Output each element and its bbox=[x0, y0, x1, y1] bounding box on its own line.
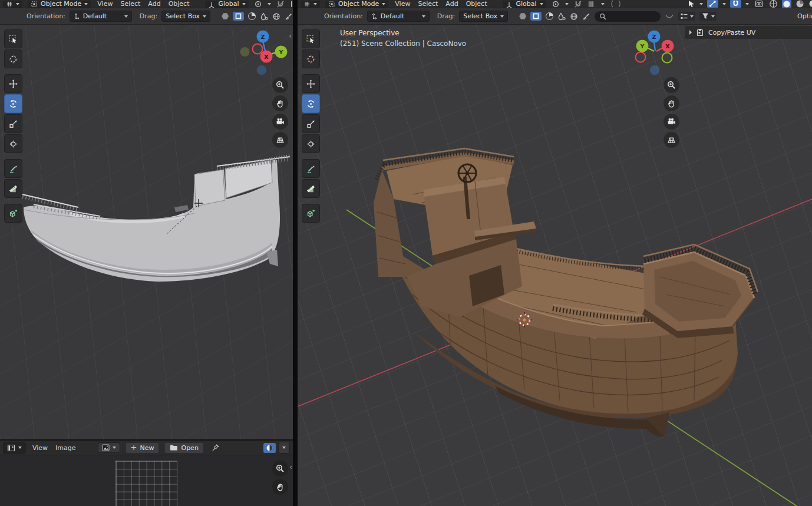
globe-icon[interactable] bbox=[272, 12, 280, 21]
options-label-clipped[interactable]: Options bbox=[797, 12, 812, 20]
transform-orientation-dropdown[interactable]: Global bbox=[503, 1, 546, 8]
tool-rotate[interactable] bbox=[302, 94, 320, 113]
editor-divider[interactable] bbox=[293, 0, 298, 506]
shading-wireframe-icon[interactable] bbox=[769, 0, 778, 8]
zoom-button[interactable] bbox=[664, 77, 679, 93]
globe-icon[interactable] bbox=[570, 12, 578, 21]
navigation-gizmo-right[interactable]: Z Y X bbox=[628, 26, 682, 80]
search-input[interactable] bbox=[595, 11, 661, 22]
tool-move[interactable] bbox=[4, 74, 22, 93]
orientation-default-dropdown[interactable]: Default bbox=[367, 11, 430, 22]
zoom-button[interactable] bbox=[272, 77, 288, 93]
tool-annotate[interactable] bbox=[302, 159, 320, 178]
editor-type-button[interactable] bbox=[3, 1, 22, 8]
snap-target-icon[interactable] bbox=[552, 0, 560, 8]
menu-select[interactable]: Select bbox=[417, 0, 439, 8]
perspective-toggle-button[interactable] bbox=[664, 132, 679, 148]
shading-solid-icon-active[interactable] bbox=[782, 0, 791, 8]
tool-rotate[interactable] bbox=[4, 94, 22, 113]
tool-measure[interactable] bbox=[4, 179, 22, 198]
viewport-3d-right[interactable]: Object Mode View Select Add Object Globa… bbox=[298, 0, 812, 506]
select-mode-active-chip[interactable] bbox=[233, 12, 244, 21]
outliner-filter-chip[interactable] bbox=[678, 12, 695, 21]
falloff-pie-icon[interactable] bbox=[248, 12, 256, 20]
filter-funnel-chip[interactable] bbox=[699, 12, 717, 21]
drag-dropdown[interactable]: Select Box bbox=[459, 11, 508, 22]
mode-dropdown[interactable]: Object Mode bbox=[325, 1, 388, 8]
shading-material-icon[interactable] bbox=[796, 0, 804, 8]
droplet-icon[interactable] bbox=[557, 12, 566, 21]
select-cursor-icon[interactable] bbox=[688, 0, 695, 8]
orientation-default-dropdown[interactable]: Default bbox=[70, 11, 132, 22]
pan-hand-button[interactable] bbox=[664, 95, 679, 111]
camera-view-button[interactable] bbox=[272, 114, 288, 130]
falloff-paren-icon[interactable] bbox=[610, 0, 622, 8]
menu-view[interactable]: View bbox=[96, 0, 114, 8]
pan-hand-button[interactable] bbox=[272, 479, 288, 495]
ship-model-wood[interactable] bbox=[374, 148, 758, 437]
image-datablock-selector[interactable] bbox=[98, 442, 120, 453]
menu-object[interactable]: Object bbox=[465, 0, 488, 8]
menu-view[interactable]: View bbox=[31, 444, 49, 452]
falloff-pie-icon[interactable] bbox=[546, 12, 553, 20]
tool-cursor[interactable] bbox=[302, 49, 320, 68]
navigation-gizmo-left[interactable]: Z Y X bbox=[239, 26, 293, 80]
menu-image[interactable]: Image bbox=[54, 444, 77, 452]
menu-object[interactable]: Object bbox=[167, 0, 191, 8]
tool-annotate[interactable] bbox=[4, 159, 22, 178]
tool-add-cube[interactable] bbox=[302, 204, 320, 223]
transform-orientation-dropdown[interactable]: Global bbox=[205, 1, 248, 8]
menu-add[interactable]: Add bbox=[444, 0, 459, 8]
gizmo-toggle-active[interactable] bbox=[707, 0, 718, 8]
object-mode-icon bbox=[328, 1, 335, 8]
mode-dropdown[interactable]: Object Mode bbox=[28, 1, 91, 8]
proportional-edit-icon[interactable] bbox=[587, 0, 596, 8]
drag-dropdown[interactable]: Select Box bbox=[161, 11, 210, 22]
camera-view-button[interactable] bbox=[664, 114, 679, 130]
mode-label: Object Mode bbox=[41, 0, 81, 8]
tool-cursor[interactable] bbox=[4, 49, 22, 68]
pan-hand-button[interactable] bbox=[272, 95, 288, 111]
sidebar-collapse-arrow-left[interactable]: ‹ bbox=[289, 32, 292, 40]
display-channels-dropdown[interactable] bbox=[278, 442, 290, 454]
magnet-snap-icon[interactable] bbox=[276, 0, 285, 8]
tool-select-box[interactable] bbox=[4, 29, 22, 48]
magnet-snap-icon[interactable] bbox=[574, 0, 582, 8]
copy-paste-uv-panel-header[interactable]: Copy/Paste UV bbox=[685, 26, 812, 39]
pin-icon[interactable] bbox=[212, 444, 220, 452]
perspective-toggle-button[interactable] bbox=[272, 132, 288, 148]
shading-rendered-icon[interactable] bbox=[808, 0, 812, 8]
proportional-edit-icon[interactable] bbox=[290, 0, 293, 8]
mesh-hexagon-icon[interactable] bbox=[519, 13, 526, 19]
overlays-toggle[interactable] bbox=[753, 0, 765, 8]
new-image-button[interactable]: + New bbox=[126, 442, 160, 454]
menu-add[interactable]: Add bbox=[147, 0, 161, 8]
tool-add-cube[interactable] bbox=[4, 204, 22, 223]
menu-select[interactable]: Select bbox=[119, 0, 141, 8]
tool-scale[interactable] bbox=[4, 114, 22, 133]
droplet-icon[interactable] bbox=[260, 12, 268, 21]
tool-transform[interactable] bbox=[4, 134, 22, 153]
image-editor[interactable]: View Image + New Open bbox=[0, 440, 293, 506]
editor-type-button[interactable] bbox=[301, 1, 320, 8]
display-channels-button[interactable] bbox=[263, 443, 276, 453]
brush-icon[interactable] bbox=[285, 12, 293, 21]
tool-measure[interactable] bbox=[302, 179, 320, 198]
open-image-button[interactable]: Open bbox=[164, 442, 203, 454]
select-mode-active-chip[interactable] bbox=[530, 12, 542, 21]
viewport-3d-left[interactable]: Object Mode View Select Add Object Globa… bbox=[0, 0, 293, 439]
tool-scale[interactable] bbox=[302, 114, 320, 133]
scene-collection-label: (251) Scene Collection | CascoNovo bbox=[340, 38, 466, 49]
zoom-button[interactable] bbox=[272, 461, 288, 477]
snap-target-icon[interactable] bbox=[254, 0, 262, 8]
snap-on-toggle[interactable] bbox=[730, 0, 741, 8]
sidebar-collapse-arrow-image-editor[interactable]: ‹ bbox=[289, 463, 292, 471]
tool-select-box[interactable] bbox=[302, 29, 320, 48]
tool-move[interactable] bbox=[302, 74, 320, 93]
tool-transform[interactable] bbox=[302, 134, 320, 153]
falloff-curve-icon[interactable] bbox=[665, 12, 674, 20]
brush-icon[interactable] bbox=[582, 12, 590, 21]
editor-type-button[interactable] bbox=[3, 442, 26, 454]
mesh-hexagon-icon[interactable] bbox=[222, 13, 229, 19]
menu-view[interactable]: View bbox=[394, 0, 411, 8]
